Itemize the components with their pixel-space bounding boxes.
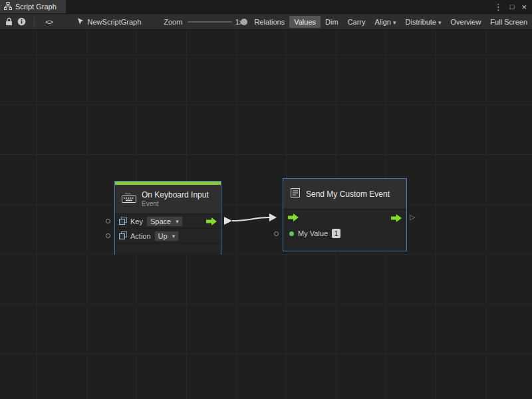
node-subtitle: Event bbox=[142, 200, 209, 209]
zoom-slider-track bbox=[188, 21, 231, 23]
window-controls: ⋮ □ × bbox=[494, 0, 532, 13]
flow-input-port[interactable] bbox=[288, 212, 299, 224]
value-port-icon[interactable] bbox=[289, 231, 294, 236]
graph-name-label: NewScriptGraph bbox=[88, 18, 142, 26]
maximize-icon[interactable]: □ bbox=[510, 3, 515, 11]
chevron-down-icon: ▾ bbox=[393, 19, 396, 26]
event-output-port[interactable]: ▷ bbox=[410, 213, 415, 221]
graph-breadcrumb[interactable]: NewScriptGraph bbox=[77, 17, 142, 27]
flow-row bbox=[283, 209, 406, 227]
lock-icon[interactable] bbox=[5, 15, 13, 29]
my-value-input-port[interactable] bbox=[274, 231, 279, 236]
script-graph-window: Script Graph ⋮ □ × <> bbox=[0, 0, 532, 399]
action-dropdown[interactable]: Up▾ bbox=[154, 231, 180, 241]
code-view-icon[interactable]: <> bbox=[44, 15, 55, 29]
dim-button[interactable]: Dim bbox=[321, 16, 343, 28]
node-title: On Keyboard Input bbox=[142, 190, 209, 200]
key-port-row: Key Space▾ bbox=[115, 214, 221, 229]
my-value-label: My Value bbox=[298, 229, 328, 237]
zoom-label: Zoom bbox=[164, 18, 182, 26]
node-on-keyboard-input[interactable]: On Keyboard Input Event Key Space▾ bbox=[114, 181, 221, 255]
chevron-down-icon: ▾ bbox=[438, 19, 442, 26]
values-button[interactable]: Values bbox=[289, 16, 321, 28]
node-send-my-custom-event[interactable]: Send My Custom Event My Value 1 bbox=[283, 178, 407, 251]
toolbar-divider bbox=[34, 17, 35, 27]
key-label: Key bbox=[130, 217, 143, 225]
titlebar: Script Graph ⋮ □ × bbox=[0, 0, 532, 14]
key-dropdown[interactable]: Space▾ bbox=[146, 216, 183, 227]
cursor-icon bbox=[77, 17, 84, 27]
chevron-down-icon: ▾ bbox=[176, 218, 179, 225]
node-footer bbox=[115, 243, 221, 255]
node-header[interactable]: Send My Custom Event bbox=[283, 179, 406, 209]
unit-icon bbox=[119, 230, 127, 242]
flow-output-port[interactable] bbox=[206, 217, 217, 225]
fullscreen-button[interactable]: Full Screen bbox=[485, 16, 532, 28]
distribute-dropdown-button[interactable]: Distribute▾ bbox=[401, 16, 446, 28]
carry-button[interactable]: Carry bbox=[343, 16, 370, 28]
close-icon[interactable]: × bbox=[521, 3, 527, 11]
my-value-row: My Value 1 bbox=[283, 227, 406, 240]
node-header[interactable]: On Keyboard Input Event bbox=[115, 185, 221, 214]
graph-toolbar: <> NewScriptGraph Zoom 1x Relations Valu… bbox=[0, 14, 532, 30]
node-title: Send My Custom Event bbox=[306, 190, 390, 199]
zoom-slider-handle[interactable] bbox=[241, 19, 247, 25]
align-dropdown-button[interactable]: Align▾ bbox=[370, 16, 401, 28]
action-input-port[interactable] bbox=[106, 233, 110, 238]
my-value-input[interactable]: 1 bbox=[332, 229, 340, 238]
event-letter-icon bbox=[289, 188, 301, 201]
keyboard-icon bbox=[121, 192, 137, 206]
relations-button[interactable]: Relations bbox=[249, 16, 289, 28]
toolbar-buttons: Relations Values Dim Carry Align▾ Distri… bbox=[249, 16, 532, 28]
zoom-slider[interactable] bbox=[188, 17, 231, 27]
graph-icon bbox=[4, 2, 12, 11]
window-menu-icon[interactable]: ⋮ bbox=[494, 3, 503, 11]
node-titles: On Keyboard Input Event bbox=[142, 190, 209, 209]
overview-button[interactable]: Overview bbox=[446, 16, 486, 28]
connection-wire bbox=[0, 30, 532, 399]
chevron-down-icon: ▾ bbox=[172, 233, 176, 239]
info-icon[interactable] bbox=[17, 15, 26, 29]
action-label: Action bbox=[130, 232, 151, 240]
flow-output-port[interactable] bbox=[391, 214, 402, 222]
graph-canvas[interactable]: On Keyboard Input Event Key Space▾ bbox=[0, 30, 532, 399]
key-input-port[interactable] bbox=[106, 219, 110, 223]
tab-label: Script Graph bbox=[15, 3, 57, 11]
unit-icon bbox=[119, 215, 127, 227]
tab-script-graph[interactable]: Script Graph bbox=[0, 0, 66, 13]
action-port-row: Action Up▾ bbox=[115, 229, 221, 243]
